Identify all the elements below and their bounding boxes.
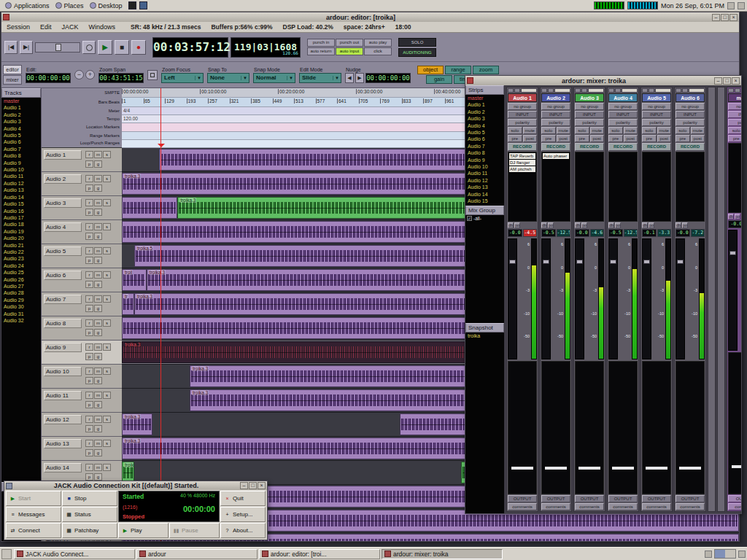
side-tab-mixer[interactable]: mixer — [3, 75, 22, 85]
jack-stop-button[interactable]: ■Stop — [62, 491, 117, 506]
strip-comments-button[interactable]: comments — [575, 503, 604, 510]
track-p-button[interactable]: p — [85, 184, 93, 192]
track-s-button[interactable]: s — [103, 464, 111, 471]
tracks-list-item-audio-32[interactable]: Audio 32 — [1, 317, 41, 324]
strips-list-item-audio-9[interactable]: Audio 9 — [465, 157, 504, 163]
scope-applet[interactable] — [627, 1, 658, 9]
strip-record-button[interactable]: RECORD — [508, 143, 537, 151]
strip-meter-point-button[interactable]: post — [581, 222, 587, 228]
track-r-button[interactable]: r — [85, 223, 93, 230]
strip-comments-button[interactable]: comments — [508, 503, 537, 510]
tracks-list-item-audio-18[interactable]: Audio 18 — [1, 221, 41, 228]
tracks-list-item-audio-15[interactable]: Audio 15 — [1, 201, 41, 207]
strip-polarity-button[interactable]: polarity — [608, 119, 638, 126]
volume-icon[interactable] — [727, 2, 735, 9]
pan-slider[interactable] — [679, 467, 701, 470]
strip-menu-button[interactable] — [682, 88, 688, 93]
jack-setup-button[interactable]: +Setup... — [220, 507, 266, 522]
track-name-button[interactable]: Audio 1 — [44, 150, 82, 160]
strip-dbfs-button[interactable]: dbfs — [508, 222, 514, 228]
strip-solo-button[interactable]: solo — [508, 127, 522, 134]
strip-post-button[interactable]: post — [691, 135, 705, 142]
minimize-icon[interactable]: – — [712, 14, 720, 21]
pan-section[interactable] — [676, 361, 705, 494]
track-s-button[interactable]: s — [103, 271, 111, 279]
peak-display[interactable]: -4.5 — [523, 229, 538, 237]
plugin-entry[interactable]: DJ flanger — [509, 160, 535, 166]
gain-display[interactable]: -0.5 — [541, 229, 556, 237]
strip-solo-button[interactable]: solo — [575, 127, 589, 134]
tracks-list-item-master[interactable]: master — [1, 98, 41, 104]
track-p-button[interactable]: p — [85, 257, 93, 264]
tracks-list-item-audio-13[interactable]: Audio 13 — [1, 187, 41, 193]
track-g-button[interactable]: g — [94, 281, 102, 288]
jack-patchbay-button[interactable]: ▦Patchbay — [62, 523, 117, 538]
jack-quit-button[interactable]: ×Quit — [220, 491, 266, 506]
toggle-auto-input[interactable]: auto input — [336, 47, 363, 55]
strip-dbfs-button[interactable]: dbfs — [575, 222, 581, 228]
strip-plugin-box[interactable] — [676, 152, 705, 222]
strip-mute-button[interactable]: mute — [590, 127, 605, 134]
indicator-auditioning[interactable]: AUDITIONING — [398, 48, 436, 57]
track-m-button[interactable]: m — [94, 416, 102, 423]
track-g-button[interactable]: g — [94, 209, 102, 216]
strip-plugin-box[interactable] — [575, 152, 604, 222]
track-s-button[interactable]: s — [103, 223, 111, 230]
mouse-mode-zoom[interactable]: zoom — [473, 66, 499, 74]
track-p-button[interactable]: p — [85, 329, 93, 336]
mixer-titlebar[interactable]: ardour: mixer: troika – □ × — [465, 76, 741, 85]
track-header-audio-9[interactable]: Audio 9rmspg — [42, 341, 122, 365]
track-header-audio-2[interactable]: Audio 2rmspg — [42, 172, 122, 196]
fader-handle[interactable] — [509, 260, 516, 264]
panel-menu-applications[interactable]: Applications — [2, 2, 53, 9]
record-button[interactable]: ● — [131, 40, 146, 55]
strips-list-item-audio-12[interactable]: Audio 12 — [465, 177, 504, 184]
play-button[interactable]: ▶ — [98, 40, 112, 55]
track-m-button[interactable]: m — [94, 343, 102, 351]
gain-fader[interactable] — [676, 238, 685, 359]
strips-list-item-audio-6[interactable]: Audio 6 — [465, 136, 504, 142]
menu-windows[interactable]: Windows — [84, 23, 121, 31]
tracks-list-item-audio-4[interactable]: Audio 4 — [1, 125, 41, 132]
strip-hide-button[interactable] — [728, 88, 734, 93]
strip-pre-button[interactable]: pre — [575, 135, 589, 142]
track-s-button[interactable]: s — [103, 368, 111, 375]
workspace-switcher[interactable] — [714, 549, 736, 559]
track-g-button[interactable]: g — [94, 257, 102, 264]
track-p-button[interactable]: p — [85, 209, 93, 216]
close-icon[interactable]: × — [258, 482, 266, 489]
tracks-list-item-audio-3[interactable]: Audio 3 — [1, 118, 41, 125]
launcher-icon[interactable] — [139, 1, 147, 9]
fader-handle[interactable] — [543, 260, 549, 264]
strip-meter-point-button[interactable]: post — [615, 222, 621, 228]
strip-dbfs-button[interactable]: dbfs — [642, 222, 648, 228]
track-name-button[interactable]: Audio 11 — [44, 391, 82, 400]
strip-pre-button[interactable]: pre — [508, 135, 522, 142]
gain-display[interactable]: -0.0 — [728, 220, 741, 228]
strip-hide-button[interactable] — [642, 88, 648, 93]
track-p-button[interactable]: p — [85, 449, 93, 456]
track-name-button[interactable]: Audio 4 — [44, 222, 82, 232]
gain-fader[interactable] — [728, 230, 738, 351]
strip-name-button[interactable]: Audio 4 — [608, 93, 638, 102]
track-header-audio-7[interactable]: Audio 7rmspg — [42, 292, 122, 316]
tracks-list-item-audio-27[interactable]: Audio 27 — [1, 283, 41, 289]
track-m-button[interactable]: m — [94, 295, 102, 303]
strip-group-button[interactable]: no group — [508, 103, 537, 110]
strips-list-item-audio-15[interactable]: Audio 15 — [465, 198, 504, 204]
track-s-button[interactable]: s — [103, 319, 111, 327]
strip-plugin-box[interactable] — [728, 143, 741, 213]
zoom-focus-select[interactable]: Left ▼ — [161, 73, 204, 83]
strip-pre-button[interactable]: pre — [728, 135, 741, 142]
track-r-button[interactable]: r — [85, 464, 93, 471]
strip-menu-button[interactable] — [548, 88, 554, 93]
loop-button[interactable] — [82, 41, 96, 54]
strip-output-button[interactable]: OUTPUT — [676, 495, 705, 502]
nudge-backward-icon[interactable]: ◀ — [345, 73, 354, 83]
toggle-auto-return[interactable]: auto return — [307, 47, 335, 55]
strip-comments-button[interactable]: comments — [728, 503, 741, 510]
track-p-button[interactable]: p — [85, 353, 93, 360]
track-r-button[interactable]: r — [85, 319, 93, 327]
tracks-list-item-audio-16[interactable]: Audio 16 — [1, 208, 41, 214]
track-s-button[interactable]: s — [103, 295, 111, 303]
